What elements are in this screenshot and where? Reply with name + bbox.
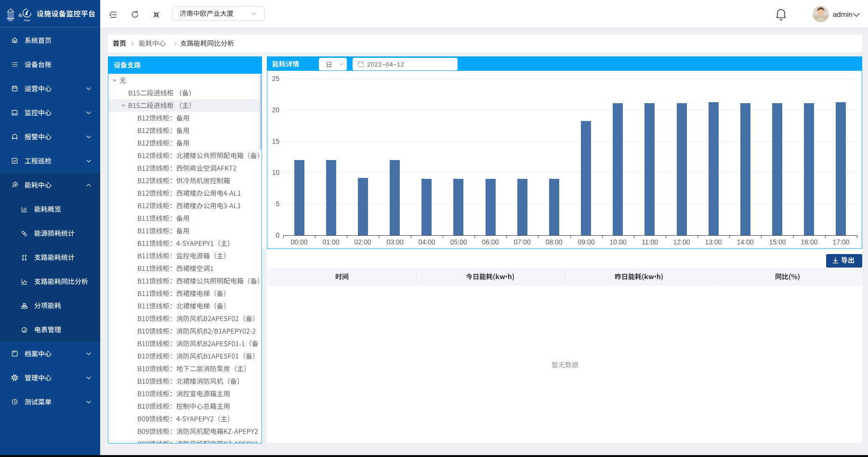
svg-text:Action: Action bbox=[24, 19, 30, 22]
svg-text:H&C: H&C bbox=[8, 19, 13, 22]
svg-text:&: & bbox=[18, 12, 23, 18]
